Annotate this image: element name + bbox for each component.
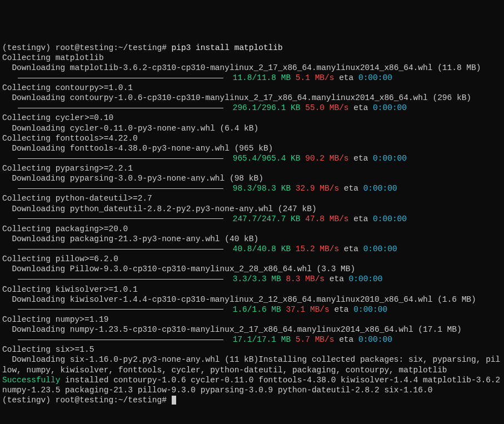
eta-value: 0:00:00 [363,184,397,193]
progress-size: 98.3/98.3 KB [233,184,291,193]
eta-value: 0:00:00 [358,335,392,344]
cwd-path: :~/testing# [113,43,171,52]
prompt-line: (testingv) root@testing:~/testing# pip3 … [2,43,283,52]
downloading-line: Downloading Pillow-9.3.0-cp310-cp310-man… [2,265,355,273]
collecting-line: Collecting numpy>=1.19 [2,315,108,324]
downloading-line: Downloading python_dateutil-2.8.2-py2.py… [2,204,317,213]
progress-speed: 37.1 MB/s [286,305,329,314]
eta-label: eta [353,215,368,223]
downloading-line: Downloading numpy-1.23.5-cp310-cp310-man… [2,325,462,334]
progress-bar-icon [18,78,223,78]
progress-line: 247.7/247.7 KB 47.8 MB/s eta 0:00:00 [2,215,407,223]
eta-label: eta [344,184,358,193]
downloading-line: Downloading packaging-21.3-py3-none-any.… [2,235,258,243]
downloading-line: Downloading cycler-0.11.0-py3-none-any.w… [2,124,258,133]
progress-speed: 8.3 MB/s [286,275,325,283]
downloading-line: Downloading matplotlib-3.6.2-cp310-cp310… [2,63,481,72]
terminal-output[interactable]: (testingv) root@testing:~/testing# pip3 … [2,43,502,406]
eta-label: eta [330,275,344,283]
progress-line: 296.1/296.1 KB 55.0 MB/s eta 0:00:00 [2,103,407,112]
progress-size: 17.1/17.1 MB [233,335,291,344]
downloading-line: Downloading six-1.16.0-py2.py3-none-any.… [2,355,258,364]
progress-bar-icon [18,188,223,189]
progress-bar-icon [18,108,223,108]
progress-bar-icon [18,309,223,310]
progress-speed: 5.1 MB/s [296,73,335,82]
progress-speed: 15.2 MB/s [296,245,339,253]
eta-value: 0:00:00 [373,103,407,112]
progress-bar-icon [18,218,223,219]
progress-size: 965.4/965.4 KB [233,154,301,163]
eta-label: eta [339,73,353,82]
progress-size: 1.6/1.6 MB [233,305,281,314]
user-host: root@testing [56,43,113,52]
progress-speed: 32.9 MB/s [296,184,339,193]
collecting-line: Collecting pyparsing>=2.2.1 [2,164,133,173]
progress-bar-icon [18,340,223,340]
progress-size: 247.7/247.7 KB [233,215,301,223]
progress-line: 98.3/98.3 KB 32.9 MB/s eta 0:00:00 [2,184,397,193]
eta-value: 0:00:00 [358,73,392,82]
downloading-line: Downloading kiwisolver-1.4.4-cp310-cp310… [2,295,476,304]
eta-label: eta [334,305,348,314]
eta-value: 0:00:00 [353,305,387,314]
eta-label: eta [344,245,358,253]
success-line: Successfully installed contourpy-1.0.6 c… [2,376,504,395]
success-word: Successfully [2,376,60,385]
cwd-path: :~/testing# [113,396,171,405]
downloading-line: Downloading contourpy-1.0.6-cp310-cp310-… [2,93,471,102]
eta-label: eta [353,154,368,163]
progress-bar-icon [18,158,223,159]
collecting-line: Collecting cycler>=0.10 [2,113,113,122]
progress-size: 3.3/3.3 MB [233,275,281,283]
collecting-line: Collecting fonttools>=4.22.0 [2,134,138,143]
downloading-line: Downloading pyparsing-3.0.9-py3-none-any… [2,174,263,183]
collecting-line: Collecting kiwisolver>=1.0.1 [2,285,138,294]
command-text: pip3 install matplotlib [172,43,283,52]
success-rest: installed contourpy-1.0.6 cycler-0.11.0 … [2,376,504,395]
progress-speed: 55.0 MB/s [305,103,348,112]
eta-value: 0:00:00 [373,215,407,223]
progress-bar-icon [18,249,223,250]
progress-speed: 90.2 MB/s [305,154,348,163]
progress-line: 3.3/3.3 MB 8.3 MB/s eta 0:00:00 [2,275,382,283]
collecting-line: Collecting six>=1.5 [2,345,94,354]
progress-speed: 5.7 MB/s [296,335,335,344]
cursor-icon [172,396,176,405]
eta-value: 0:00:00 [363,245,397,253]
eta-value: 0:00:00 [373,154,407,163]
progress-line: 17.1/17.1 MB 5.7 MB/s eta 0:00:00 [2,335,392,344]
progress-line: 1.6/1.6 MB 37.1 MB/s eta 0:00:00 [2,305,387,314]
eta-label: eta [353,103,368,112]
collecting-line: Collecting matplotlib [2,53,104,62]
eta-value: 0:00:00 [349,275,383,283]
progress-size: 11.8/11.8 MB [233,73,291,82]
progress-line: 965.4/965.4 KB 90.2 MB/s eta 0:00:00 [2,154,407,163]
venv-name: (testingv) [2,43,56,52]
progress-size: 40.8/40.8 KB [233,245,291,253]
collecting-line: Collecting python-dateutil>=2.7 [2,194,152,203]
progress-size: 296.1/296.1 KB [233,103,301,112]
progress-bar-icon [18,279,223,280]
collecting-line: Collecting pillow>=6.2.0 [2,255,118,263]
progress-speed: 47.8 MB/s [305,215,348,223]
prompt-line: (testingv) root@testing:~/testing# [2,396,176,405]
progress-line: 11.8/11.8 MB 5.1 MB/s eta 0:00:00 [2,73,392,82]
downloading-line: Downloading fonttools-4.38.0-py3-none-an… [2,144,273,153]
collecting-line: Collecting packaging>=20.0 [2,225,128,233]
user-host: root@testing [56,396,113,405]
venv-name: (testingv) [2,396,56,405]
eta-label: eta [339,335,353,344]
collecting-line: Collecting contourpy>=1.0.1 [2,83,133,92]
progress-line: 40.8/40.8 KB 15.2 MB/s eta 0:00:00 [2,245,397,253]
